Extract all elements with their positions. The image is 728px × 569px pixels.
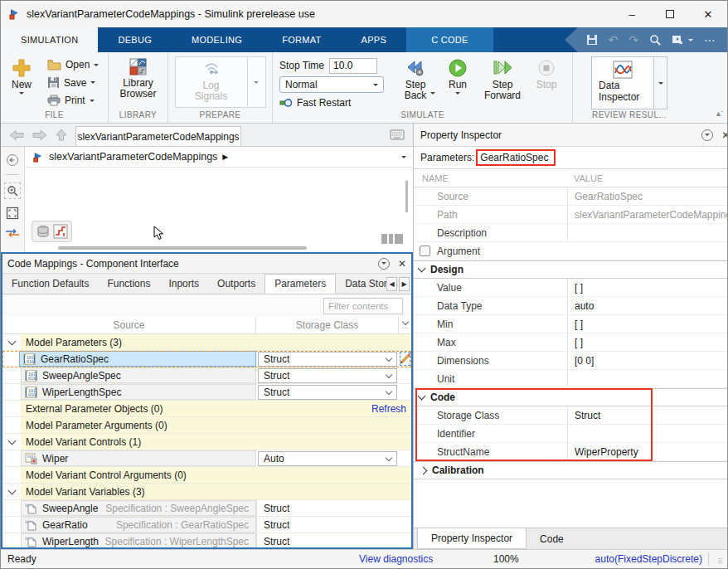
favorites-icon[interactable] <box>672 34 693 46</box>
property-row[interactable]: Source GearRatioSpec <box>414 187 728 206</box>
table-row[interactable]: 101010 SweepAngleSpec Struct <box>2 367 411 384</box>
property-row[interactable]: Identifier <box>414 425 728 443</box>
storage-class-dropdown[interactable]: Struct <box>258 368 397 383</box>
table-row[interactable]: 101010 WiperLengthSpec Struct <box>2 384 411 401</box>
variant-control-dropdown[interactable]: Auto <box>258 451 397 466</box>
tab-format[interactable]: FORMAT <box>262 27 341 52</box>
property-row[interactable]: Description <box>414 224 728 242</box>
tab-inports[interactable]: Inports <box>159 274 208 294</box>
tab-apps[interactable]: APPS <box>342 27 407 52</box>
stop-time-input[interactable] <box>329 58 377 74</box>
identifier-field[interactable] <box>567 425 728 442</box>
horizontal-scrollbar[interactable] <box>58 246 307 250</box>
run-button[interactable]: Run <box>439 55 477 110</box>
min-field[interactable]: [ ] <box>567 315 728 333</box>
forward-icon[interactable] <box>32 129 47 141</box>
print-button[interactable]: Print <box>46 92 100 109</box>
undo-icon[interactable]: ↶ <box>609 34 619 46</box>
collapse-icon[interactable] <box>7 337 16 345</box>
zoom-level[interactable]: 100% <box>493 553 519 565</box>
tab-outports[interactable]: Outports <box>208 274 265 294</box>
tab-parameters[interactable]: Parameters <box>265 274 336 294</box>
hide-browser-icon[interactable] <box>6 153 19 167</box>
open-button[interactable]: Open <box>46 56 100 73</box>
section-calibration[interactable]: Calibration <box>414 461 728 479</box>
table-row[interactable]: 101010 GearRatioSpec Struct <box>2 351 411 367</box>
table-row[interactable]: 101 GearRatio Specification : GearRatioS… <box>2 517 411 533</box>
argument-checkbox[interactable] <box>420 246 430 256</box>
column-header-more[interactable]: ⋯ <box>399 317 411 333</box>
data-inspector-button[interactable]: Data Inspector <box>591 56 654 109</box>
collapse-ribbon-button[interactable]: ▲̄ <box>715 109 722 118</box>
data-inspector-caret-button[interactable] <box>654 56 667 109</box>
table-row[interactable]: Model Variant Variables (3) <box>2 484 411 500</box>
tab-c-code[interactable]: C CODE <box>406 27 493 52</box>
property-row[interactable]: Max [ ] <box>414 333 728 352</box>
more-options-icon[interactable]: ⋯ <box>704 34 716 46</box>
table-row[interactable]: Model Variant Control Arguments (0) <box>2 467 411 484</box>
table-row[interactable]: 101 WiperLength Specification : WiperLen… <box>2 533 411 547</box>
property-row[interactable]: Unit <box>414 370 728 388</box>
bottom-tab-property-inspector[interactable]: Property Inspector <box>417 528 527 549</box>
back-icon[interactable] <box>9 129 24 141</box>
refresh-link[interactable]: Refresh <box>371 403 406 415</box>
table-row[interactable]: Model Parameters (3) <box>2 334 411 351</box>
fast-restart-toggle[interactable]: Fast Restart <box>279 97 389 109</box>
description-field[interactable] <box>567 224 728 241</box>
table-row[interactable]: Model Variant Controls (1) <box>2 434 411 450</box>
section-code[interactable]: Code <box>414 388 728 406</box>
edit-pencil-button[interactable] <box>399 351 411 367</box>
property-row[interactable]: Dimensions [0 0] <box>414 352 728 370</box>
property-row[interactable]: StructName WiperProperty <box>414 443 728 461</box>
page-layout-icon[interactable] <box>381 234 403 244</box>
panel-menu-icon[interactable] <box>701 129 713 141</box>
table-row[interactable]: 101 SweepAngle Specification : SweepAngl… <box>2 500 411 517</box>
new-button[interactable]: New <box>4 55 39 110</box>
log-signals-button[interactable]: Log Signals <box>176 57 247 107</box>
tab-functions[interactable]: Functions <box>98 274 159 294</box>
max-field[interactable]: [ ] <box>567 333 728 351</box>
tab-simulation[interactable]: SIMULATION <box>1 27 98 52</box>
storage-class-dropdown[interactable]: Struct <box>258 385 397 400</box>
value-field[interactable]: [ ] <box>567 279 728 296</box>
library-browser-button[interactable]: Library Browser <box>117 55 160 110</box>
close-icon[interactable]: ✕ <box>721 129 728 141</box>
table-row[interactable]: 101 Wiper Auto <box>2 450 411 467</box>
property-row[interactable]: Data Type auto <box>414 297 728 315</box>
signal-logging-badge-icon[interactable] <box>53 224 68 239</box>
zoom-tool-icon[interactable] <box>4 182 21 199</box>
property-row[interactable]: Argument <box>414 242 728 260</box>
step-forward-button[interactable]: Step Forward <box>477 55 528 110</box>
table-row[interactable]: External Parameter Objects (0) Refresh <box>2 401 411 417</box>
minimize-button[interactable]: – <box>613 1 651 27</box>
up-icon[interactable] <box>56 129 67 141</box>
tab-scroll-right-icon[interactable]: ▶ <box>399 277 410 291</box>
model-canvas[interactable] <box>25 168 413 252</box>
filter-contents-input[interactable] <box>323 298 403 314</box>
storage-class-field[interactable]: Struct <box>567 406 728 424</box>
simulation-mode-select[interactable]: Normal <box>279 76 384 93</box>
struct-name-field[interactable]: WiperProperty <box>567 443 728 460</box>
tab-scroll-left-icon[interactable]: ◀ <box>386 277 397 291</box>
property-row[interactable]: Storage Class Struct <box>414 406 728 425</box>
tab-debug[interactable]: DEBUG <box>98 27 172 52</box>
column-header-storage-class[interactable]: Storage Class <box>256 317 399 333</box>
close-button[interactable]: ✕ <box>689 1 727 27</box>
dimensions-field[interactable]: [0 0] <box>567 352 728 369</box>
maximize-button[interactable] <box>651 1 689 27</box>
bottom-tab-code[interactable]: Code <box>527 528 577 549</box>
breadcrumb-model-name[interactable]: slexVariantParameterCodeMappings <box>49 151 217 163</box>
breadcrumb-caret-icon[interactable] <box>401 156 406 158</box>
dictionary-badge-icon[interactable] <box>36 224 51 239</box>
keyboard-icon[interactable] <box>390 129 405 140</box>
column-header-source[interactable]: Source <box>2 317 256 333</box>
save-button[interactable]: Save <box>46 75 100 91</box>
log-signals-caret-button[interactable] <box>247 57 265 107</box>
data-type-field[interactable]: auto <box>567 297 728 314</box>
property-row[interactable]: Path slexVariantParameterCodeMappings <box>414 206 728 224</box>
property-row[interactable]: Min [ ] <box>414 315 728 333</box>
fit-to-view-icon[interactable] <box>6 207 19 220</box>
stop-button[interactable]: Stop <box>528 55 565 110</box>
table-row[interactable]: Model Parameter Arguments (0) <box>2 417 411 434</box>
unit-field[interactable] <box>567 370 728 387</box>
